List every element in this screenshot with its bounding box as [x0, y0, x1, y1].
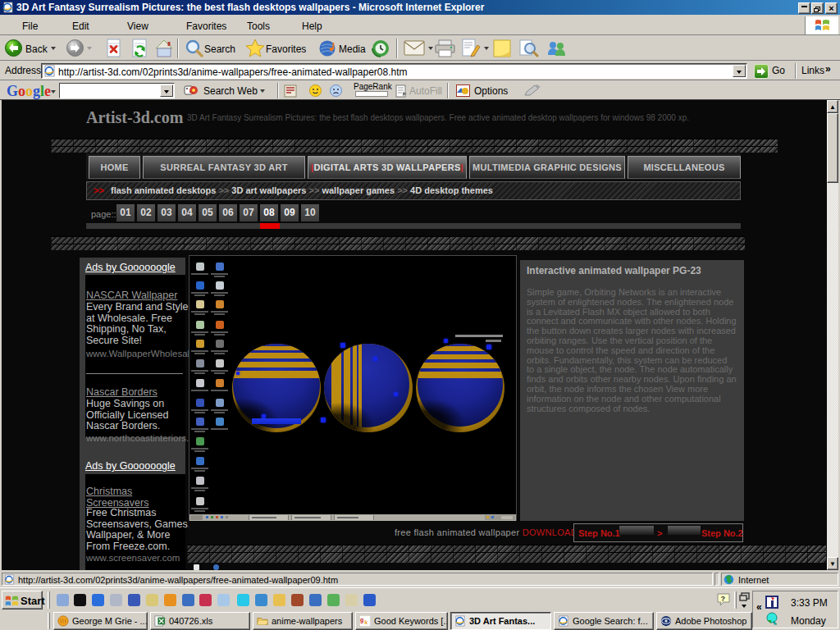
svg-text:g: g — [360, 617, 363, 623]
svg-text:k: k — [364, 619, 368, 625]
svg-text:?: ? — [721, 595, 726, 603]
